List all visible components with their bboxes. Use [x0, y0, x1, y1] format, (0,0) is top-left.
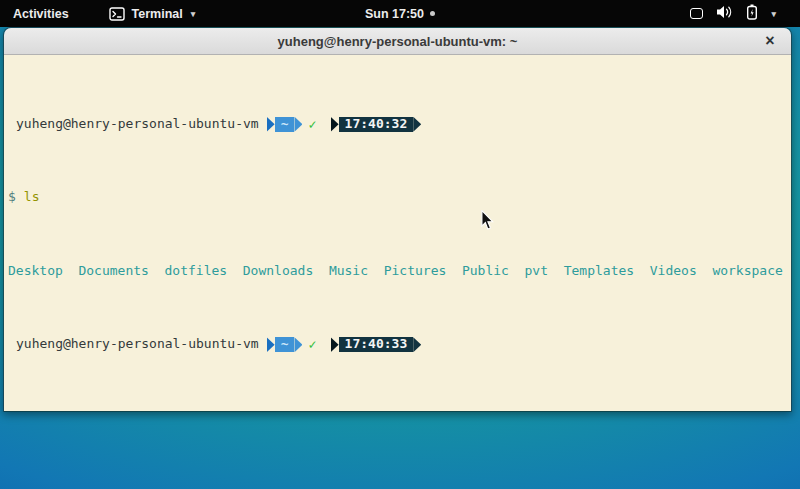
directory-name: Downloads	[243, 264, 313, 279]
powerline-tip-icon	[413, 117, 421, 132]
directory-name: pvt	[525, 264, 548, 279]
directory-name: Videos	[650, 264, 697, 279]
desktop: { "topbar": { "activities": "Activities"…	[0, 0, 800, 489]
directory-name: Templates	[564, 264, 634, 279]
close-icon[interactable]: ×	[759, 30, 781, 52]
directory-name: workspace	[712, 264, 782, 279]
chevron-down-icon: ▾	[191, 9, 196, 19]
prompt-line: yuheng@henry-personal-ubuntu-vm ~ ✓ 17:4…	[8, 337, 791, 352]
battery-charging-icon	[746, 4, 758, 23]
prompt-dollar: $	[8, 411, 16, 412]
powerline-chevron-icon	[331, 117, 339, 132]
directory-name: Documents	[78, 264, 148, 279]
ls-output-line: Desktop Documents dotfiles Downloads Mus…	[8, 264, 791, 279]
display-icon	[690, 8, 703, 19]
prompt-time: 17:40:32	[339, 117, 414, 132]
terminal-icon	[109, 7, 125, 21]
prompt-time-segment: 17:40:32	[331, 117, 422, 132]
directory-name: dotfiles	[165, 264, 228, 279]
app-menu-terminal[interactable]: Terminal ▾	[109, 7, 196, 21]
directory-name: Music	[329, 264, 368, 279]
powerline-tip-icon	[294, 117, 302, 132]
terminal-window: yuheng@henry-personal-ubuntu-vm: ~ × yuh…	[3, 27, 792, 412]
app-menu-label: Terminal	[132, 7, 183, 21]
top-bar: Activities Terminal ▾ Sun 17:50	[0, 0, 800, 27]
window-titlebar[interactable]: yuheng@henry-personal-ubuntu-vm: ~ ×	[4, 28, 791, 55]
prompt-path-segment: ~	[267, 337, 303, 352]
prompt-dollar: $	[8, 190, 16, 205]
powerline-tip-icon	[294, 337, 302, 352]
status-check-icon: ✓	[308, 337, 316, 352]
powerline-chevron-icon	[331, 337, 339, 352]
prompt-path: ~	[275, 337, 295, 352]
system-tray[interactable]: ▾	[690, 4, 776, 23]
prompt-time-segment: 17:40:33	[331, 337, 422, 352]
directory-name: Desktop	[8, 264, 63, 279]
activities-button[interactable]: Activities	[13, 7, 69, 21]
notification-dot	[430, 11, 435, 16]
command-line: $ ls	[8, 190, 791, 205]
powerline-chevron-icon	[267, 117, 275, 132]
command-text: ls	[24, 190, 40, 205]
chevron-down-icon: ▾	[771, 9, 776, 19]
volume-icon	[716, 5, 733, 22]
window-title: yuheng@henry-personal-ubuntu-vm: ~	[278, 34, 518, 49]
prompt-line: yuheng@henry-personal-ubuntu-vm ~ ✓ 17:4…	[8, 117, 791, 132]
prompt-user: yuheng@henry-personal-ubuntu-vm	[16, 117, 259, 132]
directory-name: Pictures	[384, 264, 447, 279]
prompt-user: yuheng@henry-personal-ubuntu-vm	[16, 337, 259, 352]
directory-name: Public	[462, 264, 509, 279]
prompt-time: 17:40:33	[339, 337, 414, 352]
status-check-icon: ✓	[308, 117, 316, 132]
prompt-path: ~	[275, 117, 295, 132]
clock[interactable]: Sun 17:50	[365, 7, 424, 21]
terminal-content[interactable]: yuheng@henry-personal-ubuntu-vm ~ ✓ 17:4…	[4, 55, 791, 412]
powerline-tip-icon	[413, 337, 421, 352]
powerline-chevron-icon	[267, 337, 275, 352]
input-line[interactable]: $	[8, 411, 791, 412]
prompt-path-segment: ~	[267, 117, 303, 132]
